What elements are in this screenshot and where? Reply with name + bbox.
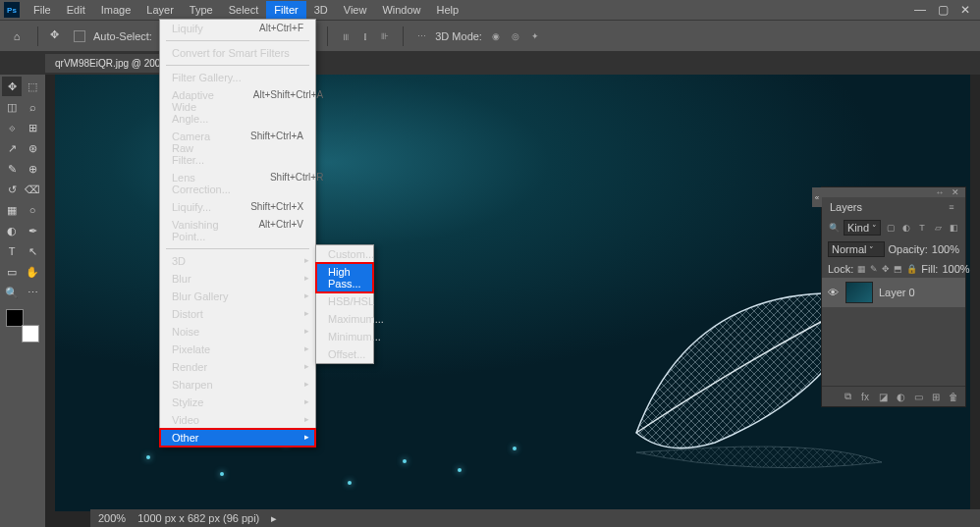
lock-all-icon[interactable]: 🔒 [906,263,917,275]
group-icon[interactable]: ▭ [912,391,924,402]
filter-render[interactable]: Render [160,358,315,376]
filter-noise[interactable]: Noise [160,323,315,341]
other-maximum[interactable]: Maximum... [316,310,373,328]
dodge-tool[interactable]: ◐ [2,221,22,240]
lock-artboard-icon[interactable]: ⬒ [894,263,902,275]
panel-close-icon[interactable]: ✕ [950,186,961,198]
stamp-tool[interactable]: ⊕ [23,159,42,179]
menu-view[interactable]: View [336,1,375,19]
eyedropper-tool[interactable]: ↗ [2,138,22,158]
layers-tab[interactable]: Layers ≡ [822,197,965,217]
panel-collapse-icon[interactable]: « [812,187,822,207]
other-offset[interactable]: Offset... [316,345,373,363]
zoom-level[interactable]: 200% [98,512,126,524]
filter-stylize[interactable]: Stylize [160,394,315,411]
blend-mode[interactable]: Normal ˅ [828,241,885,257]
hand-tool[interactable]: ✋ [23,262,42,282]
distribute-icon-2[interactable]: ⫿ [359,30,371,42]
fx-icon[interactable]: fx [859,391,871,402]
filter-smart[interactable]: Convert for Smart Filters [160,44,315,62]
filter-lens[interactable]: Lens Correction...Shift+Ctrl+R [160,169,315,198]
filter-3d[interactable]: 3D [160,252,315,270]
3d-icon-3[interactable]: ✦ [529,30,541,42]
menu-image[interactable]: Image [93,1,139,19]
menu-edit[interactable]: Edit [59,1,93,19]
auto-select-checkbox[interactable] [74,30,85,42]
path-tool[interactable]: ↖ [23,241,42,261]
panel-arrows-icon[interactable]: ↔ [934,186,946,198]
more-icon[interactable]: ⋯ [415,30,427,42]
filter-pixel-icon[interactable]: ▢ [885,222,897,234]
other-hsbhsl[interactable]: HSB/HSL [316,292,373,310]
distribute-icon-3[interactable]: ⊪ [379,30,391,42]
filter-smart-icon[interactable]: ◧ [948,222,959,234]
menu-type[interactable]: Type [182,1,221,19]
color-swatches[interactable] [6,309,39,343]
other-minimum[interactable]: Minimum... [316,328,373,345]
visibility-icon[interactable]: 👁 [828,287,840,298]
fill-value[interactable]: 100% [942,263,969,275]
marquee-tool[interactable]: ◫ [2,97,22,117]
layer-thumbnail[interactable] [845,282,873,303]
menu-3d[interactable]: 3D [306,1,336,19]
filter-distort[interactable]: Distort [160,305,315,323]
new-layer-icon[interactable]: ⊞ [930,391,942,402]
lock-paint-icon[interactable]: ✎ [870,263,878,275]
home-icon[interactable]: ⌂ [8,27,26,45]
filter-camera-raw[interactable]: Camera Raw Filter...Shift+Ctrl+A [160,128,315,169]
layer-name[interactable]: Layer 0 [879,287,915,298]
edit-toolbar[interactable]: ⋯ [23,283,42,302]
kind-filter[interactable]: Kind ˅ [844,220,881,236]
delete-icon[interactable]: 🗑 [948,391,959,402]
pen-tool[interactable]: ✒ [23,221,42,240]
filter-sharpen[interactable]: Sharpen [160,376,315,394]
close-button[interactable]: ✕ [960,3,970,17]
background-color[interactable] [22,325,39,343]
layer-row[interactable]: 👁 Layer 0 [822,278,965,307]
filter-video[interactable]: Video [160,411,315,429]
search-icon[interactable]: 🔍 [828,222,840,234]
filter-blur-gallery[interactable]: Blur Gallery [160,288,315,305]
adjustment-icon[interactable]: ◐ [895,391,906,402]
lock-pos-icon[interactable]: ✥ [882,263,890,275]
healing-tool[interactable]: ⊛ [23,138,42,158]
menu-select[interactable]: Select [221,1,267,19]
zoom-tool[interactable]: 🔍 [2,283,22,302]
history-brush-tool[interactable]: ↺ [2,180,22,199]
lock-trans-icon[interactable]: ▦ [857,263,866,275]
menu-file[interactable]: File [26,1,59,19]
mask-icon[interactable]: ◪ [877,391,889,402]
eraser-tool[interactable]: ⌫ [23,180,42,199]
opacity-value[interactable]: 100% [932,243,959,255]
other-highpass[interactable]: High Pass... [316,263,373,292]
blur-tool[interactable]: ○ [23,200,42,220]
filter-shape-icon[interactable]: ▱ [932,222,944,234]
minimize-button[interactable]: — [914,3,926,17]
link-icon[interactable]: ⧉ [842,391,853,402]
filter-last[interactable]: LiquifyAlt+Ctrl+F [160,20,315,37]
distribute-icon-1[interactable]: ⫼ [340,30,352,42]
3d-icon-1[interactable]: ◉ [490,30,502,42]
gradient-tool[interactable]: ▦ [2,200,22,220]
type-tool[interactable]: T [2,241,22,261]
filter-vanishing[interactable]: Vanishing Point...Alt+Ctrl+V [160,216,315,245]
filter-pixelate[interactable]: Pixelate [160,341,315,358]
brush-tool[interactable]: ✎ [2,159,22,179]
filter-other[interactable]: Other [160,429,315,447]
filter-adjust-icon[interactable]: ◐ [900,222,912,234]
frame-tool[interactable]: ⊞ [23,118,42,137]
artboard-tool[interactable]: ⬚ [23,77,42,96]
filter-adaptive[interactable]: Adaptive Wide Angle...Alt+Shift+Ctrl+A [160,86,315,128]
menu-filter[interactable]: Filter [266,1,305,19]
other-custom[interactable]: Custom... [316,245,373,263]
3d-icon-2[interactable]: ◎ [510,30,521,42]
menu-help[interactable]: Help [429,1,467,19]
panel-menu-icon[interactable]: ≡ [946,201,957,213]
menu-window[interactable]: Window [374,1,428,19]
crop-tool[interactable]: ⟐ [2,118,22,137]
filter-liquify[interactable]: Liquify...Shift+Ctrl+X [160,198,315,216]
filter-gallery[interactable]: Filter Gallery... [160,69,315,86]
maximize-button[interactable]: ▢ [938,3,949,17]
filter-type-icon[interactable]: T [916,222,928,234]
filter-blur[interactable]: Blur [160,270,315,288]
